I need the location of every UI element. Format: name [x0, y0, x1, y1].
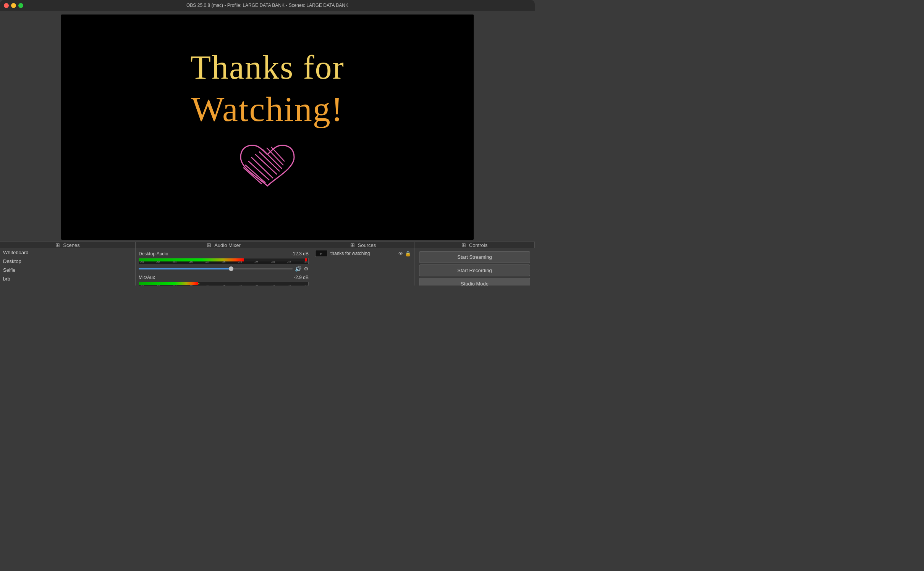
title-bar: OBS 25.0.8 (mac) - Profile: LARGE DATA B…	[0, 0, 535, 11]
source-lock-icon[interactable]: 🔒	[405, 251, 411, 256]
sources-panel-label: Sources	[358, 242, 376, 248]
scenes-panel-header: ⊞ Scenes	[0, 242, 136, 248]
desktop-audio-track: Desktop Audio -12.3 dB -60 -55 -50 -45 -…	[139, 251, 309, 272]
heart-graphic	[237, 140, 298, 194]
main-area: Thanks for Watching!	[0, 11, 535, 286]
sources-panel: ▶ thanks for watching 👁 🔒 + − ⚙ ∧ ∨	[312, 248, 414, 286]
desktop-audio-volume-row: 🔊 ⚙	[139, 266, 309, 272]
scene-item-desktop[interactable]: Desktop	[0, 257, 135, 266]
meter-ticks: -60 -55 -50 -45 -40 -35 -30 -25 -20 -15 …	[139, 261, 308, 264]
desktop-audio-icons: 🔊 ⚙	[295, 266, 309, 272]
audio-panel-icon: ⊞	[207, 242, 211, 248]
start-streaming-button[interactable]: Start Streaming	[419, 251, 530, 263]
controls-panel-icon: ⊞	[461, 242, 466, 248]
preview-text: Thanks for Watching!	[190, 49, 345, 136]
svg-line-3	[259, 152, 280, 171]
mic-meter-ticks: -60 -55 -50 -45 -40 -35 -30 -25 -20 -15 …	[139, 284, 308, 286]
source-item-name: thanks for watching	[330, 251, 395, 256]
sources-panel-icon: ⊞	[350, 242, 355, 248]
scene-item-selfie[interactable]: Selfie	[0, 266, 135, 274]
close-button[interactable]	[4, 3, 9, 8]
scenes-panel-icon: ⊞	[55, 242, 60, 248]
scene-item-starting-soon[interactable]: starting soon	[0, 283, 135, 286]
mic-aux-track: Mic/Aux -2.9 dB -60 -55 -50 -45 -40	[139, 275, 309, 286]
preview-line1: Thanks for	[190, 49, 345, 86]
preview-content: Thanks for Watching!	[61, 15, 474, 240]
desktop-audio-header: Desktop Audio -12.3 dB	[139, 251, 309, 256]
source-thumbnail: ▶	[315, 250, 327, 257]
preview-canvas: Thanks for Watching!	[61, 15, 474, 240]
controls-panel: Start Streaming Start Recording Studio M…	[414, 248, 535, 286]
scenes-panel-label: Scenes	[63, 242, 79, 248]
window-controls[interactable]	[4, 3, 23, 8]
preview-area: Thanks for Watching!	[0, 11, 535, 242]
desktop-audio-meter: -60 -55 -50 -45 -40 -35 -30 -25 -20 -15 …	[139, 258, 309, 264]
svg-line-8	[243, 168, 262, 184]
start-recording-button[interactable]: Start Recording	[419, 265, 530, 276]
source-visibility-icon[interactable]: 👁	[398, 251, 403, 256]
source-item-icons: 👁 🔒	[398, 251, 411, 256]
controls-panel-label: Controls	[469, 242, 487, 248]
maximize-button[interactable]	[18, 3, 23, 8]
bottom-panel: ⊞ Scenes ⊞ Audio Mixer ⊞ Sources ⊞ Contr…	[0, 242, 535, 286]
source-item-thanks[interactable]: ▶ thanks for watching 👁 🔒	[312, 248, 414, 259]
scene-item-brb[interactable]: brb	[0, 274, 135, 283]
mic-aux-header: Mic/Aux -2.9 dB	[139, 275, 309, 280]
window-title: OBS 25.0.8 (mac) - Profile: LARGE DATA B…	[186, 3, 348, 8]
desktop-audio-name: Desktop Audio	[139, 251, 168, 256]
panels-row: Whiteboard Desktop Selfie brb starting s…	[0, 248, 535, 286]
mic-aux-name: Mic/Aux	[139, 275, 155, 280]
desktop-audio-slider[interactable]	[139, 268, 293, 269]
mic-aux-meter: -60 -55 -50 -45 -40 -35 -30 -25 -20 -15 …	[139, 282, 309, 286]
minimize-button[interactable]	[11, 3, 16, 8]
sources-panel-header: ⊞ Sources	[312, 242, 414, 248]
controls-panel-header: ⊞ Controls	[414, 242, 535, 248]
audio-mixer-panel: Desktop Audio -12.3 dB -60 -55 -50 -45 -…	[136, 248, 312, 286]
svg-line-4	[263, 150, 282, 169]
desktop-audio-settings-icon[interactable]: ⚙	[304, 266, 309, 272]
scene-item-whiteboard[interactable]: Whiteboard	[0, 248, 135, 257]
desktop-audio-db: -12.3 dB	[291, 251, 309, 256]
desktop-audio-mute-icon[interactable]: 🔊	[295, 266, 301, 272]
audio-panel-header: ⊞ Audio Mixer	[136, 242, 312, 248]
mic-aux-db: -2.9 dB	[294, 275, 309, 280]
studio-mode-button[interactable]: Studio Mode	[419, 278, 530, 286]
panel-headers: ⊞ Scenes ⊞ Audio Mixer ⊞ Sources ⊞ Contr…	[0, 242, 535, 248]
preview-line2: Watching!	[190, 90, 345, 129]
scene-list: Whiteboard Desktop Selfie brb starting s…	[0, 248, 135, 286]
audio-panel-label: Audio Mixer	[214, 242, 241, 248]
scenes-panel: Whiteboard Desktop Selfie brb starting s…	[0, 248, 136, 286]
